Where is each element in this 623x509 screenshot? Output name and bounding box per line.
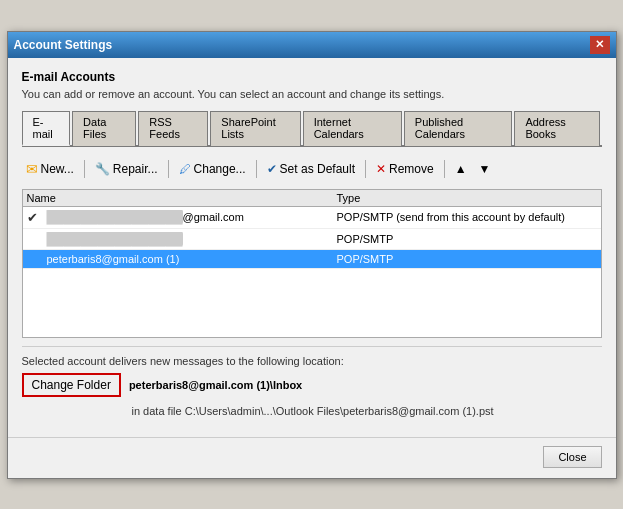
account-type: POP/SMTP (337, 233, 597, 245)
close-title-button[interactable]: ✕ (590, 36, 610, 54)
account-name: ████████████████@gmail.com (47, 210, 337, 224)
dialog-body: E-mail Accounts You can add or remove an… (8, 58, 616, 429)
tab-internet-calendars[interactable]: Internet Calendars (303, 111, 402, 146)
tabs-container: E-mail Data Files RSS Feeds SharePoint L… (22, 110, 602, 147)
new-label: New... (41, 162, 74, 176)
change-button[interactable]: 🖊 Change... (175, 160, 250, 178)
col-name-header: Name (27, 192, 337, 204)
tab-sharepoint-lists[interactable]: SharePoint Lists (210, 111, 300, 146)
separator-4 (365, 160, 366, 178)
set-default-button[interactable]: ✔ Set as Default (263, 160, 359, 178)
up-arrow-icon: ▲ (455, 162, 467, 176)
separator-1 (84, 160, 85, 178)
account-settings-dialog: Account Settings ✕ E-mail Accounts You c… (7, 31, 617, 479)
account-type: POP/SMTP (send from this account by defa… (337, 211, 597, 223)
tab-rss-feeds[interactable]: RSS Feeds (138, 111, 208, 146)
tab-published-calendars[interactable]: Published Calendars (404, 111, 513, 146)
set-default-label: Set as Default (280, 162, 355, 176)
table-header: Name Type (23, 190, 601, 207)
bottom-bar: Close (8, 437, 616, 478)
repair-icon: 🔧 (95, 162, 110, 176)
change-icon: 🖊 (179, 162, 191, 176)
table-row[interactable]: ✔ ████████████████@gmail.com POP/SMTP (s… (23, 207, 601, 229)
move-up-button[interactable]: ▲ (451, 160, 471, 178)
change-folder-button[interactable]: Change Folder (22, 373, 121, 397)
footer-section: Selected account delivers new messages t… (22, 346, 602, 417)
check-icon: ✔ (27, 210, 43, 225)
move-down-button[interactable]: ▼ (475, 160, 495, 178)
remove-icon: ✕ (376, 162, 386, 176)
close-button[interactable]: Close (543, 446, 601, 468)
new-button[interactable]: ✉ New... (22, 159, 78, 179)
title-bar: Account Settings ✕ (8, 32, 616, 58)
toolbar: ✉ New... 🔧 Repair... 🖊 Change... ✔ Set a… (22, 155, 602, 183)
down-arrow-icon: ▼ (479, 162, 491, 176)
separator-3 (256, 160, 257, 178)
separator-2 (168, 160, 169, 178)
section-title: E-mail Accounts (22, 70, 602, 84)
folder-path: in data file C:\Users\admin\...\Outlook … (132, 405, 602, 417)
account-name: ████████████████ (47, 232, 337, 246)
account-type: POP/SMTP (337, 253, 597, 265)
separator-5 (444, 160, 445, 178)
change-folder-label: Change Folder (32, 378, 111, 392)
footer-desc: Selected account delivers new messages t… (22, 355, 602, 367)
change-label: Change... (194, 162, 246, 176)
accounts-table: Name Type ✔ ████████████████@gmail.com P… (22, 189, 602, 338)
account-name: peterbaris8@gmail.com (1) (47, 253, 337, 265)
repair-label: Repair... (113, 162, 158, 176)
tab-email[interactable]: E-mail (22, 111, 71, 146)
tab-data-files[interactable]: Data Files (72, 111, 136, 146)
dialog-title: Account Settings (14, 38, 113, 52)
folder-name: peterbaris8@gmail.com (1)\Inbox (129, 379, 302, 391)
tab-address-books[interactable]: Address Books (514, 111, 599, 146)
set-default-icon: ✔ (267, 162, 277, 176)
table-row[interactable]: peterbaris8@gmail.com (1) POP/SMTP (23, 250, 601, 269)
remove-button[interactable]: ✕ Remove (372, 160, 438, 178)
table-row[interactable]: ████████████████ POP/SMTP (23, 229, 601, 250)
repair-button[interactable]: 🔧 Repair... (91, 160, 162, 178)
col-type-header: Type (337, 192, 597, 204)
new-icon: ✉ (26, 161, 38, 177)
accounts-list: ✔ ████████████████@gmail.com POP/SMTP (s… (23, 207, 601, 337)
section-desc: You can add or remove an account. You ca… (22, 88, 602, 100)
remove-label: Remove (389, 162, 434, 176)
